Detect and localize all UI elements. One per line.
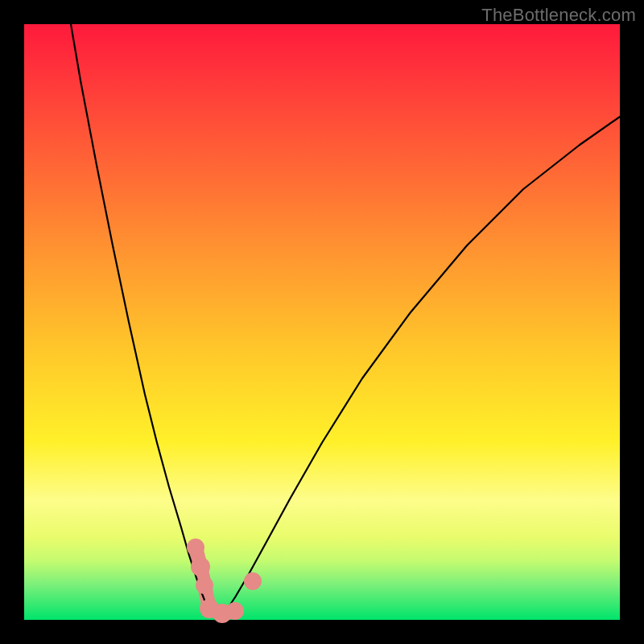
plot-svg [24,24,620,620]
data-marker [191,557,210,576]
data-marker [196,576,213,594]
data-marker [187,539,204,556]
curve-left-branch [71,24,217,620]
data-marker [226,602,244,620]
chart-frame: TheBottleneck.com [0,0,644,644]
watermark-text: TheBottleneck.com [481,5,636,26]
data-marker [244,572,262,590]
marker-group [187,539,262,623]
curve-right-branch [217,117,620,620]
